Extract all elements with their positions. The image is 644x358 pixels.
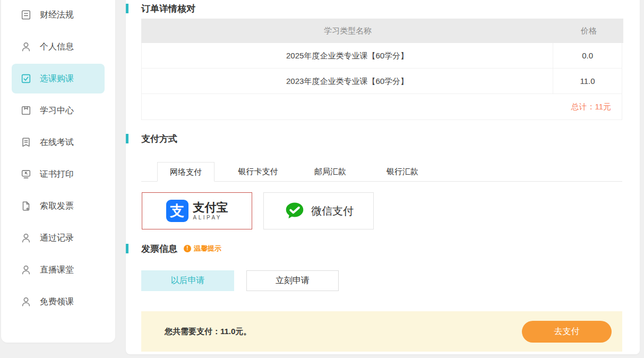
sidebar-item-finance-regulations[interactable]: 财经法规 — [12, 0, 105, 30]
file-plus-icon — [20, 200, 32, 212]
sidebar-item-personal-info[interactable]: 个人信息 — [12, 32, 105, 62]
sidebar-item-request-invoice[interactable]: 索取发票 — [12, 191, 105, 221]
main-content: 订单详情核对 学习类型名称 价格 2025年度企业类专业课【60学分】 0.0 … — [126, 0, 640, 354]
column-header-name: 学习类型名称 — [141, 26, 554, 36]
wechat-pay-method-button[interactable]: 微信支付 — [263, 192, 374, 229]
warning-circle-icon: ! — [184, 245, 191, 252]
order-table: 学习类型名称 价格 2025年度企业类专业课【60学分】 0.0 2023年度企… — [141, 19, 622, 120]
sidebar-item-course-selection[interactable]: 选课购课 — [12, 64, 105, 93]
wechat-pay-label: 微信支付 — [311, 204, 354, 218]
go-pay-button[interactable]: 去支付 — [522, 321, 612, 343]
title-accent-bar — [126, 244, 128, 253]
sidebar-item-label: 个人信息 — [40, 41, 74, 53]
checkout-bar: 您共需要支付：11.0元。 去支付 — [141, 311, 622, 352]
invoice-options: 以后申请 立刻申请 — [141, 270, 624, 291]
column-header-price: 价格 — [554, 26, 623, 36]
bookmark-square-icon — [20, 105, 32, 116]
sidebar-item-label: 证书打印 — [40, 169, 74, 180]
sidebar-item-label: 索取发票 — [40, 201, 74, 212]
alipay-sublabel: ALIPAY — [193, 215, 228, 220]
tab-online-payment[interactable]: 网络支付 — [157, 162, 214, 182]
alipay-label: 支付宝 — [193, 202, 228, 214]
payment-section-title: 支付方式 — [126, 134, 640, 143]
checkbox-check-icon — [20, 73, 32, 84]
sidebar-item-learning-center[interactable]: 学习中心 — [12, 96, 105, 125]
title-accent-bar — [126, 134, 128, 143]
order-section-title: 订单详情核对 — [126, 4, 640, 13]
course-name: 2025年度企业类专业课【60学分】 — [142, 43, 553, 69]
sidebar-item-label: 通过记录 — [40, 233, 74, 244]
sidebar-item-label: 免费领课 — [40, 296, 74, 308]
tab-post-office-remittance[interactable]: 邮局汇款 — [302, 162, 359, 181]
certificate-monitor-icon — [20, 168, 32, 180]
sidebar-item-free-courses[interactable]: 免费领课 — [12, 287, 105, 317]
sidebar-item-live-classroom[interactable]: 直播课堂 — [12, 255, 105, 285]
payment-methods: 支 支付宝 ALIPAY 微信支付 — [142, 192, 624, 229]
title-accent-bar — [126, 4, 128, 13]
table-row: 2023年度企业类专业课【60学分】 11.0 — [142, 69, 622, 94]
tab-bank-remittance[interactable]: 银行汇款 — [374, 162, 431, 181]
person-icon — [20, 232, 32, 244]
order-table-header: 学习类型名称 价格 — [141, 19, 623, 43]
exam-ribbon-icon — [20, 137, 32, 148]
sidebar: 财经法规 个人信息 选课购课 学习中心 — [1, 0, 115, 343]
sidebar-item-online-exam[interactable]: 在线考试 — [12, 127, 105, 157]
course-price: 11.0 — [553, 76, 622, 86]
sidebar-item-label: 直播课堂 — [40, 265, 74, 276]
apply-now-button[interactable]: 立刻申请 — [246, 270, 339, 291]
person-icon — [20, 264, 32, 276]
payment-tabbar: 网络支付 银行卡支付 邮局汇款 银行汇款 — [141, 162, 622, 182]
table-row: 2025年度企业类专业课【60学分】 0.0 — [142, 43, 622, 69]
payment-summary: 您共需要支付：11.0元。 — [141, 327, 522, 337]
course-name: 2023年度企业类专业课【60学分】 — [142, 69, 553, 94]
person-icon — [20, 41, 32, 53]
course-price: 0.0 — [553, 51, 622, 60]
alipay-method-button[interactable]: 支 支付宝 ALIPAY — [142, 192, 252, 229]
person-icon — [20, 296, 32, 308]
alipay-icon: 支 — [166, 200, 188, 222]
document-lines-icon — [20, 9, 32, 21]
tab-bank-card-payment[interactable]: 银行卡支付 — [229, 162, 287, 181]
sidebar-item-label: 学习中心 — [40, 105, 74, 116]
order-total: 总计：11元 — [142, 94, 622, 120]
wechat-pay-icon — [284, 200, 306, 222]
sidebar-item-label: 选课购课 — [40, 73, 74, 84]
sidebar-item-pass-records[interactable]: 通过记录 — [12, 223, 105, 253]
apply-later-button[interactable]: 以后申请 — [141, 270, 234, 291]
invoice-section-title: 发票信息 ! 温馨提示 — [126, 244, 640, 253]
warm-tips-link[interactable]: 温馨提示 — [194, 244, 221, 253]
sidebar-item-label: 财经法规 — [40, 10, 74, 21]
sidebar-item-label: 在线考试 — [40, 137, 74, 148]
sidebar-item-certificate-print[interactable]: 证书打印 — [12, 159, 105, 189]
